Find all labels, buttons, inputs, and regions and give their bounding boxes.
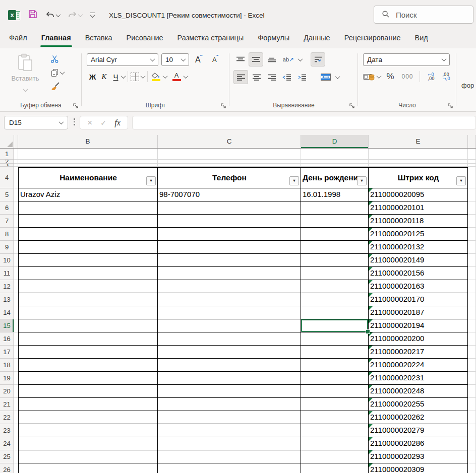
borders-button[interactable] bbox=[131, 73, 139, 81]
comma-style-button[interactable]: 000 bbox=[400, 73, 415, 80]
row-header-7[interactable]: 7 bbox=[0, 215, 14, 228]
align-center-button[interactable] bbox=[250, 71, 263, 84]
cell-A13[interactable] bbox=[14, 293, 18, 306]
cell-E17[interactable]: 2110000020217 bbox=[369, 346, 468, 359]
decrease-indent-button[interactable] bbox=[280, 71, 293, 84]
cell-F19[interactable] bbox=[468, 372, 476, 385]
cell-D17[interactable] bbox=[301, 346, 369, 359]
cell-F26[interactable] bbox=[468, 463, 476, 473]
wrap-text-button[interactable] bbox=[311, 52, 325, 66]
cell-A12[interactable] bbox=[14, 280, 18, 293]
cell-F17[interactable] bbox=[468, 346, 476, 359]
cell-A4[interactable] bbox=[14, 167, 18, 188]
undo-dropdown-icon[interactable] bbox=[56, 12, 61, 17]
tab-insert[interactable]: Вставка bbox=[78, 30, 120, 48]
merge-dropdown-icon[interactable] bbox=[335, 74, 340, 79]
alignment-dialog-launcher-icon[interactable] bbox=[349, 102, 355, 108]
number-format-dropdown-icon[interactable] bbox=[442, 56, 447, 61]
cell-D15[interactable] bbox=[301, 319, 369, 332]
cell-E13[interactable]: 2110000020170 bbox=[369, 293, 468, 306]
percent-style-button[interactable]: % bbox=[383, 72, 398, 82]
cell-B26[interactable] bbox=[18, 463, 158, 473]
cell-B15[interactable] bbox=[18, 319, 158, 332]
cell-C21[interactable] bbox=[158, 398, 301, 411]
cell-F25[interactable] bbox=[468, 450, 476, 463]
cell-A19[interactable] bbox=[14, 372, 18, 385]
fill-handle[interactable] bbox=[366, 329, 370, 334]
cell-D9[interactable] bbox=[301, 241, 369, 254]
cell-C10[interactable] bbox=[158, 254, 301, 267]
copy-button[interactable] bbox=[50, 68, 64, 77]
cell-F18[interactable] bbox=[468, 359, 476, 372]
row-header-9[interactable]: 9 bbox=[0, 241, 14, 254]
cell-E5[interactable]: 2110000020095 bbox=[369, 188, 468, 201]
row-header-26[interactable]: 26 bbox=[0, 463, 14, 473]
cell-A8[interactable] bbox=[14, 228, 18, 241]
column-header-E[interactable]: E bbox=[369, 135, 468, 148]
cell-A9[interactable] bbox=[14, 241, 18, 254]
accounting-format-button[interactable] bbox=[363, 73, 375, 81]
underline-button[interactable]: Ч bbox=[110, 73, 122, 81]
cell-C24[interactable] bbox=[158, 437, 301, 450]
align-right-button[interactable] bbox=[265, 71, 278, 84]
row-header-5[interactable]: 5 bbox=[0, 188, 14, 201]
font-color-dropdown-icon[interactable] bbox=[184, 74, 189, 79]
cell-B7[interactable] bbox=[18, 215, 158, 228]
tab-review[interactable]: Рецензирование bbox=[337, 30, 408, 48]
cell-B14[interactable] bbox=[18, 306, 158, 319]
cell-C8[interactable] bbox=[158, 228, 301, 241]
cell-D4[interactable]: День рождения▾ bbox=[301, 167, 369, 188]
orientation-dropdown-icon[interactable] bbox=[298, 56, 303, 61]
cell-B16[interactable] bbox=[18, 332, 158, 346]
fill-color-button[interactable] bbox=[150, 73, 161, 81]
row-header-12[interactable]: 12 bbox=[0, 280, 14, 293]
cell-D10[interactable] bbox=[301, 254, 369, 267]
cell-D24[interactable] bbox=[301, 437, 369, 450]
borders-dropdown-icon[interactable] bbox=[141, 74, 146, 79]
font-name-dropdown-icon[interactable] bbox=[150, 56, 155, 61]
column-header-A[interactable] bbox=[14, 135, 18, 148]
filter-button-E[interactable]: ▾ bbox=[456, 176, 466, 185]
cell-E15[interactable]: 2110000020194 bbox=[369, 319, 468, 332]
formula-input[interactable] bbox=[132, 116, 476, 129]
row-header-22[interactable]: 22 bbox=[0, 411, 14, 424]
row-header-21[interactable]: 21 bbox=[0, 398, 14, 411]
tab-data[interactable]: Данные bbox=[296, 30, 337, 48]
cell-F5[interactable] bbox=[468, 188, 476, 201]
cell-C11[interactable] bbox=[158, 267, 301, 280]
clipboard-dialog-launcher-icon[interactable] bbox=[73, 102, 79, 108]
cell-E6[interactable]: 2110000020101 bbox=[369, 201, 468, 215]
cell-B1[interactable] bbox=[18, 149, 158, 160]
orientation-button[interactable]: ab ↗ bbox=[280, 56, 297, 63]
cell-A24[interactable] bbox=[14, 437, 18, 450]
cell-F10[interactable] bbox=[468, 254, 476, 267]
cell-B24[interactable] bbox=[18, 437, 158, 450]
cell-D8[interactable] bbox=[301, 228, 369, 241]
cell-B13[interactable] bbox=[18, 293, 158, 306]
cell-B11[interactable] bbox=[18, 267, 158, 280]
cell-B9[interactable] bbox=[18, 241, 158, 254]
cell-D6[interactable] bbox=[301, 201, 369, 215]
cut-button[interactable] bbox=[50, 54, 64, 63]
insert-function-icon[interactable]: fx bbox=[114, 118, 121, 127]
cell-A2[interactable] bbox=[14, 160, 18, 164]
cell-C22[interactable] bbox=[158, 411, 301, 424]
cell-A7[interactable] bbox=[14, 215, 18, 228]
cell-F24[interactable] bbox=[468, 437, 476, 450]
cell-A22[interactable] bbox=[14, 411, 18, 424]
cell-C14[interactable] bbox=[158, 306, 301, 319]
cell-F9[interactable] bbox=[468, 241, 476, 254]
cell-C1[interactable] bbox=[158, 149, 301, 160]
row-header-17[interactable]: 17 bbox=[0, 346, 14, 359]
cell-A18[interactable] bbox=[14, 359, 18, 372]
cell-B2[interactable] bbox=[18, 160, 158, 164]
filter-button-D[interactable]: ▾ bbox=[357, 176, 367, 185]
italic-button[interactable]: К bbox=[98, 73, 110, 81]
cell-D13[interactable] bbox=[301, 293, 369, 306]
cell-E16[interactable]: 2110000020200 bbox=[369, 332, 468, 346]
cell-D22[interactable] bbox=[301, 411, 369, 424]
decrease-font-size-button[interactable]: Аˇ bbox=[209, 56, 222, 63]
number-dialog-launcher-icon[interactable] bbox=[447, 102, 454, 108]
cell-D18[interactable] bbox=[301, 359, 369, 372]
row-header-25[interactable]: 25 bbox=[0, 450, 14, 463]
